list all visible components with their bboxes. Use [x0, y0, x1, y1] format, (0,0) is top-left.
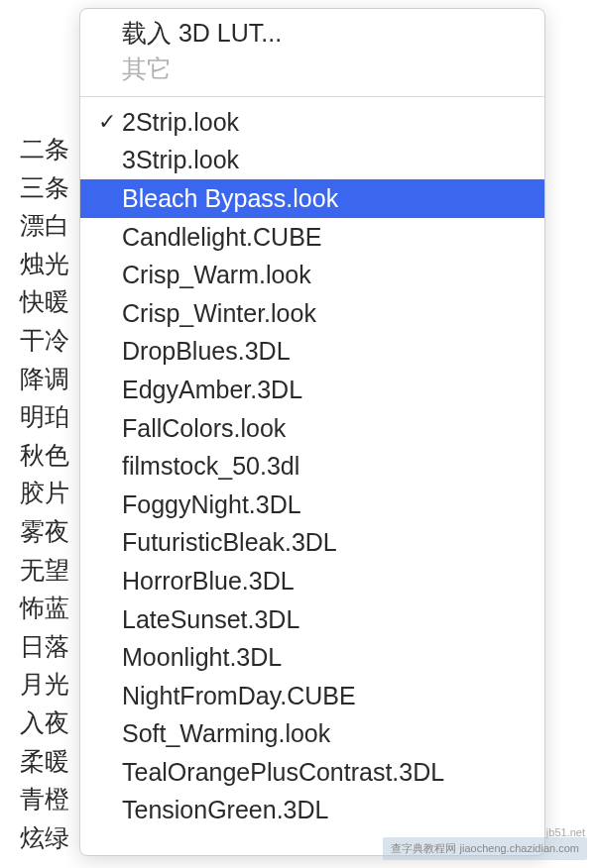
lut-menu-item[interactable]: 3Strip.look [80, 142, 544, 180]
lut-item-label: FoggyNight.3DL [122, 490, 544, 519]
lut-menu-list: ✓2Strip.look3Strip.lookBleach Bypass.loo… [80, 103, 544, 829]
lut-menu-item[interactable]: Bleach Bypass.look [80, 179, 544, 218]
lut-menu-item[interactable]: HorrorBlue.3DL [80, 562, 544, 600]
lut-menu-item[interactable]: Crisp_Winter.look [80, 294, 544, 333]
lut-menu-item[interactable]: TealOrangePlusContrast.3DL [80, 753, 544, 792]
lut-item-label: Bleach Bypass.look [122, 184, 544, 213]
menu-item-load-lut[interactable]: 载入 3D LUT... [122, 15, 544, 51]
chinese-label: 秋色 [20, 436, 69, 475]
lut-item-label: NightFromDay.CUBE [122, 682, 544, 710]
lut-menu-item[interactable]: TensionGreen.3DL [80, 792, 544, 830]
main-container: 二条三条漂白烛光快暖干冷降调明珀秋色胶片雾夜无望怖蓝日落月光入夜柔暖青橙炫绿 载… [0, 0, 595, 856]
chinese-label: 降调 [20, 360, 69, 398]
lut-item-label: Crisp_Warm.look [122, 261, 544, 289]
chinese-label: 雾夜 [20, 512, 69, 551]
chinese-label: 漂白 [20, 206, 69, 245]
lut-menu-item[interactable]: Candlelight.CUBE [80, 218, 544, 257]
chinese-label: 干冷 [20, 321, 69, 360]
menu-divider [80, 96, 544, 97]
checkmark-icon: ✓ [92, 109, 122, 135]
lut-menu-item[interactable]: NightFromDay.CUBE [80, 677, 544, 715]
lut-menu-item[interactable]: FuturisticBleak.3DL [80, 524, 544, 563]
chinese-label: 三条 [20, 168, 69, 207]
lut-dropdown-menu[interactable]: 载入 3D LUT... 其它 ✓2Strip.look3Strip.lookB… [79, 8, 545, 856]
lut-menu-item[interactable]: ✓2Strip.look [80, 103, 544, 142]
chinese-label: 烛光 [20, 245, 69, 283]
lut-item-label: 3Strip.look [122, 146, 544, 174]
lut-item-label: HorrorBlue.3DL [122, 567, 544, 596]
lut-item-label: filmstock_50.3dl [122, 452, 544, 481]
chinese-label: 月光 [20, 665, 69, 704]
lut-item-label: TealOrangePlusContrast.3DL [122, 758, 544, 787]
chinese-label: 青橙 [20, 780, 69, 818]
lut-menu-item[interactable]: Crisp_Warm.look [80, 256, 544, 294]
lut-menu-item[interactable]: FallColors.look [80, 409, 544, 448]
chinese-label: 二条 [20, 130, 69, 168]
lut-menu-item[interactable]: FoggyNight.3DL [80, 486, 544, 524]
lut-item-label: Moonlight.3DL [122, 643, 544, 672]
lut-item-label: FallColors.look [122, 414, 544, 443]
chinese-label: 胶片 [20, 474, 69, 512]
lut-item-label: EdgyAmber.3DL [122, 376, 544, 404]
chinese-label: 日落 [20, 627, 69, 666]
lut-menu-item[interactable]: filmstock_50.3dl [80, 447, 544, 486]
chinese-label: 快暖 [20, 282, 69, 321]
lut-item-label: DropBlues.3DL [122, 337, 544, 366]
lut-menu-item[interactable]: DropBlues.3DL [80, 333, 544, 372]
lut-item-label: Soft_Warming.look [122, 719, 544, 748]
lut-menu-item[interactable]: Moonlight.3DL [80, 638, 544, 677]
lut-item-label: Crisp_Winter.look [122, 299, 544, 328]
dropdown-header-group: 载入 3D LUT... 其它 [80, 15, 544, 92]
chinese-label: 入夜 [20, 704, 69, 742]
lut-item-label: Candlelight.CUBE [122, 223, 544, 252]
lut-menu-item[interactable]: Soft_Warming.look [80, 715, 544, 754]
lut-menu-item[interactable]: EdgyAmber.3DL [80, 371, 544, 409]
lut-item-label: LateSunset.3DL [122, 605, 544, 634]
watermark-credit: 查字典教程网 jiaocheng.chazidian.com [383, 837, 587, 860]
chinese-label: 炫绿 [20, 818, 69, 857]
lut-menu-item[interactable]: LateSunset.3DL [80, 600, 544, 639]
chinese-label: 怖蓝 [20, 589, 69, 627]
chinese-label: 柔暖 [20, 742, 69, 781]
lut-item-label: 2Strip.look [122, 108, 544, 137]
lut-item-label: FuturisticBleak.3DL [122, 528, 544, 557]
lut-item-label: TensionGreen.3DL [122, 796, 544, 824]
menu-item-other: 其它 [122, 51, 544, 86]
chinese-labels-column: 二条三条漂白烛光快暖干冷降调明珀秋色胶片雾夜无望怖蓝日落月光入夜柔暖青橙炫绿 [20, 8, 79, 856]
chinese-label: 明珀 [20, 397, 69, 436]
chinese-label: 无望 [20, 551, 69, 590]
